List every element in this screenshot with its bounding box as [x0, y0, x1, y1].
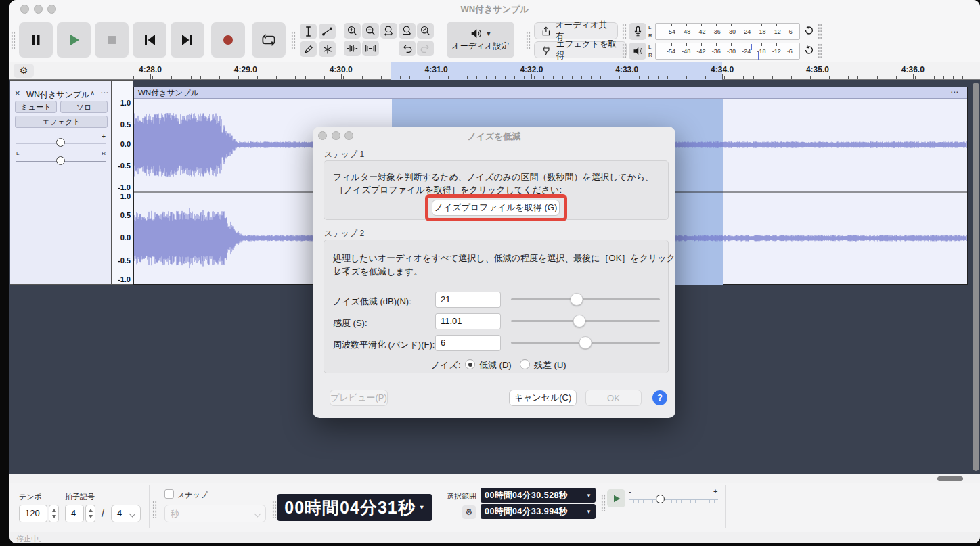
record-meter-end-grip[interactable] [818, 24, 822, 39]
horizontal-scrollbar[interactable] [9, 474, 980, 483]
get-effects-button[interactable]: エフェクトを取得 [534, 41, 627, 58]
timeline-minor-tick [553, 76, 554, 79]
noise-reduction-db-input[interactable]: 21 [435, 292, 501, 308]
sensitivity-label: 感度 (S): [333, 317, 368, 329]
radio-residue[interactable] [520, 359, 530, 369]
timeline-minor-tick [334, 76, 334, 79]
share-toolbar-grip[interactable] [526, 31, 531, 49]
preview-button[interactable]: プレビュー(P) [330, 390, 388, 406]
meter-scale-label: -36 [712, 48, 721, 55]
noise-label: ノイズ: [431, 359, 461, 371]
pan-slider[interactable] [56, 156, 65, 165]
collapse-track-icon[interactable]: ∧ [90, 89, 95, 97]
gain-slider[interactable] [56, 138, 65, 147]
radio-reduce[interactable] [465, 359, 475, 369]
play-at-speed-button[interactable] [607, 489, 625, 507]
time-display[interactable]: 00時間04分31秒 ▼ [277, 494, 432, 521]
play-speed-grip[interactable] [601, 494, 606, 511]
ok-button[interactable]: OK [585, 390, 642, 406]
trim-audio-button[interactable] [344, 41, 361, 56]
close-track-icon[interactable]: × [15, 88, 20, 98]
noise-reduction-db-slider[interactable] [511, 298, 660, 300]
vertical-scrollbar[interactable] [973, 83, 979, 471]
timesig-upper-input[interactable]: 4 [65, 505, 84, 522]
timeline-ruler[interactable]: ⚙ 4:28.04:29.04:30.04:31.04:32.04:33.04:… [9, 62, 980, 80]
snap-checkbox[interactable] [164, 489, 174, 499]
snap-unit-select[interactable]: 秒 [164, 505, 266, 522]
playback-meter-button[interactable] [629, 43, 646, 60]
timeline-minor-tick [458, 76, 458, 79]
speed-slider[interactable] [656, 495, 665, 503]
zoom-in-button[interactable] [344, 23, 361, 39]
record-meter-grip[interactable] [622, 24, 627, 39]
record-button[interactable] [211, 22, 245, 58]
silence-audio-button[interactable] [362, 41, 379, 56]
selection-end-display[interactable]: 00時間04分33.994秒 ▼ [481, 504, 596, 519]
help-button[interactable]: ? [652, 390, 667, 405]
solo-button[interactable]: ソロ [60, 101, 108, 113]
clip-title-bar[interactable]: WN付きサンプル ⋯ [134, 87, 967, 99]
fit-project-button[interactable] [399, 23, 416, 39]
audio-setup-button[interactable]: ▼ オーディオ設定 [447, 22, 514, 58]
pause-button[interactable] [19, 22, 53, 58]
record-meter-bar[interactable]: -54-48-42-36-30-24-18-12-6 [655, 23, 800, 40]
mute-button[interactable]: ミュート [15, 101, 57, 113]
zoom-toggle-button[interactable] [417, 23, 434, 39]
draw-tool-button[interactable] [300, 41, 317, 57]
tempo-stepper[interactable] [49, 505, 59, 522]
timeline-minor-tick [133, 76, 134, 79]
timeline-minor-tick [829, 76, 830, 79]
redo-button[interactable] [417, 41, 434, 56]
playback-meter-reset-icon[interactable] [803, 44, 815, 56]
track-name[interactable]: WN付きサンプル [26, 89, 89, 101]
skip-to-end-button[interactable] [171, 22, 204, 58]
playback-meter-end-grip[interactable] [818, 43, 822, 58]
selection-start-display[interactable]: 00時間04分30.528秒 ▼ [481, 488, 596, 503]
share-audio-button[interactable]: オーディオ共有 [534, 22, 618, 39]
slider-thumb[interactable] [570, 293, 583, 306]
effects-button[interactable]: エフェクト [15, 116, 108, 128]
timeline-minor-tick [724, 76, 725, 79]
multi-tool-button[interactable] [319, 41, 336, 57]
frequency-smoothing-input[interactable]: 6 [435, 335, 501, 351]
zoom-out-button[interactable] [362, 23, 379, 39]
snap-toolbar-grip[interactable] [152, 501, 157, 518]
clip-menu-icon[interactable]: ⋯ [950, 87, 959, 97]
time-toolbar-grip[interactable] [272, 501, 277, 518]
skip-to-start-button[interactable] [133, 22, 166, 58]
stop-button[interactable] [95, 22, 129, 58]
gear-icon: ⚙ [20, 65, 28, 76]
fit-selection-button[interactable] [380, 23, 397, 39]
timeline-minor-tick [248, 76, 248, 79]
slider-thumb[interactable] [579, 336, 592, 349]
timeline-minor-tick [200, 76, 201, 79]
tools-toolbar-grip[interactable] [291, 31, 296, 49]
playback-meter-bar[interactable]: -54-48-42-36-30-24-18-12-6 [655, 43, 800, 60]
playback-meter-grip[interactable] [622, 43, 627, 58]
vertical-scale-ruler[interactable]: 1.00.50.0-0.5-1.01.00.50.0-0.5-1.0 [112, 80, 133, 285]
selection-tool-button[interactable] [300, 24, 317, 39]
skip-to-start-icon [141, 32, 158, 48]
track-menu-icon[interactable]: ⋯ [100, 88, 108, 97]
frequency-smoothing-slider[interactable] [511, 342, 660, 344]
record-meter-reset-icon[interactable] [803, 24, 815, 37]
timeline-minor-tick [486, 76, 487, 79]
timeline-options-button[interactable]: ⚙ [14, 64, 34, 78]
horizontal-scrollbar-thumb[interactable] [937, 476, 963, 481]
envelope-tool-button[interactable] [319, 24, 336, 39]
timeline-tick-label: 4:30.0 [330, 65, 353, 74]
slider-thumb[interactable] [573, 315, 586, 327]
timesig-stepper[interactable] [85, 505, 95, 522]
timesig-lower-select[interactable]: 4 [111, 505, 141, 522]
cancel-button[interactable]: キャンセル(C) [509, 390, 577, 406]
loop-button[interactable] [252, 22, 286, 58]
undo-button[interactable] [399, 41, 416, 56]
transport-toolbar-grip[interactable] [11, 31, 16, 49]
play-button[interactable] [57, 22, 91, 58]
sensitivity-slider[interactable] [511, 320, 660, 322]
selection-options-button[interactable]: ⚙ [462, 505, 476, 519]
sensitivity-input[interactable]: 11.01 [435, 313, 501, 329]
record-meter-button[interactable] [629, 23, 646, 40]
tempo-input[interactable]: 120 [19, 505, 47, 522]
speed-plus-label: + [713, 487, 717, 495]
